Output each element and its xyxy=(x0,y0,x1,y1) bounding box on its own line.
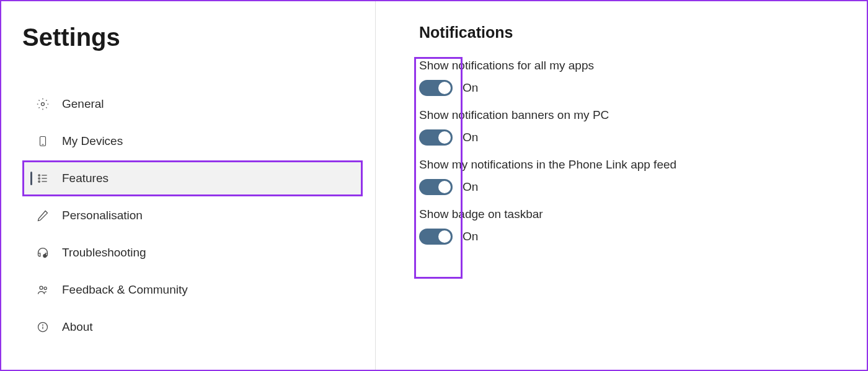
svg-point-12 xyxy=(44,287,46,289)
setting-show-notifications-all-apps: Show notifications for all my apps On xyxy=(419,59,842,96)
sidebar-item-label: General xyxy=(62,97,104,111)
svg-point-5 xyxy=(38,181,40,183)
setting-label: Show notifications for all my apps xyxy=(419,59,842,72)
sidebar-item-label: My Devices xyxy=(62,134,123,148)
sidebar-item-general[interactable]: General xyxy=(22,86,363,122)
svg-text:?: ? xyxy=(44,255,45,258)
toggle-state-label: On xyxy=(463,81,478,95)
sidebar-item-label: Troubleshooting xyxy=(62,246,146,260)
sidebar-item-my-devices[interactable]: My Devices xyxy=(22,123,363,159)
annotation-highlight-box xyxy=(414,57,463,279)
sidebar-item-troubleshooting[interactable]: ? Troubleshooting xyxy=(22,235,363,271)
content-area: Notifications Show notifications for all… xyxy=(376,1,867,370)
svg-point-11 xyxy=(40,286,43,289)
toggle-state-label: On xyxy=(463,180,478,194)
setting-show-notification-banners: Show notification banners on my PC On xyxy=(419,108,842,146)
sidebar-item-about[interactable]: About xyxy=(22,309,363,345)
setting-label: Show notification banners on my PC xyxy=(419,108,842,122)
sidebar-item-label: Personalisation xyxy=(62,209,143,222)
people-icon xyxy=(36,283,50,297)
svg-point-4 xyxy=(38,178,40,180)
section-title: Notifications xyxy=(419,24,842,41)
toggle-state-label: On xyxy=(463,131,478,144)
nav-list: General My Devices xyxy=(22,86,363,345)
pen-icon xyxy=(36,209,50,222)
toggle-state-label: On xyxy=(463,230,478,243)
setting-label: Show badge on taskbar xyxy=(419,207,842,221)
svg-point-0 xyxy=(42,103,45,106)
sidebar-item-label: Features xyxy=(62,172,108,185)
sidebar-item-features[interactable]: Features xyxy=(22,160,363,196)
sidebar-item-personalisation[interactable]: Personalisation xyxy=(22,198,363,234)
sidebar-item-label: About xyxy=(62,320,93,334)
setting-show-notifications-app-feed: Show my notifications in the Phone Link … xyxy=(419,158,842,195)
settings-sidebar: Settings General M xyxy=(1,1,376,370)
setting-show-badge-taskbar: Show badge on taskbar On xyxy=(419,207,842,245)
page-title: Settings xyxy=(22,24,363,51)
sidebar-item-label: Feedback & Community xyxy=(62,283,188,297)
headset-help-icon: ? xyxy=(36,246,50,260)
phone-icon xyxy=(36,134,50,148)
setting-label: Show my notifications in the Phone Link … xyxy=(419,158,842,172)
svg-point-15 xyxy=(43,325,43,325)
gear-icon xyxy=(36,97,50,111)
info-icon xyxy=(36,320,50,334)
list-icon xyxy=(36,172,50,185)
svg-point-3 xyxy=(38,175,40,177)
sidebar-item-feedback-community[interactable]: Feedback & Community xyxy=(22,272,363,308)
